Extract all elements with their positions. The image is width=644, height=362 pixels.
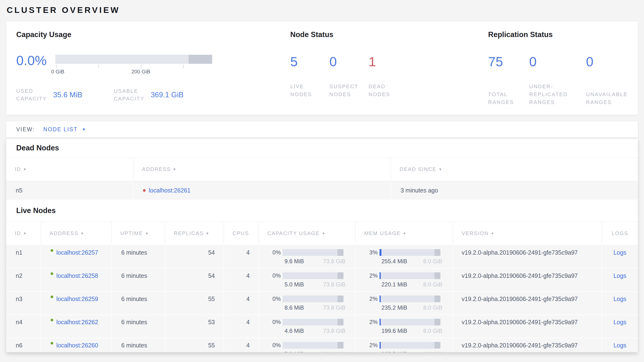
replication-status-title: Replication Status [488, 31, 638, 39]
replicas-value: 54 [208, 249, 215, 256]
tick-mark [141, 65, 141, 68]
version-value: v19.2.0-alpha.20190606-2491-gfe735c9a97 [462, 295, 578, 302]
cluster-overview-page: CLUSTER OVERVIEW Capacity Usage 0.0% [0, 0, 644, 352]
view-mode-dropdown[interactable]: NODE LIST ▼ [43, 126, 86, 133]
live-status-dot-icon [50, 342, 53, 344]
live-col-header-version[interactable]: VERSION▼ [453, 222, 602, 245]
table-row: n2 localhost:26258 6 minutes 54 4 0% 5.0… [6, 269, 638, 291]
live-nodes-heading: Live Nodes [6, 200, 638, 221]
unavailable-ranges-count: 0 [586, 54, 594, 69]
version-value: v19.2.0-alpha.20190606-2491-gfe735c9a97 [462, 249, 578, 256]
replication-counts: 75 0 0 [488, 54, 638, 69]
node-address-link[interactable]: localhost:26257 [56, 249, 98, 256]
dead-nodes-heading: Dead Nodes [6, 138, 638, 157]
live-status-dot-icon [50, 319, 53, 321]
chevron-down-icon: ▼ [82, 127, 86, 132]
under-replicated-ranges-label: UNDER- REPLICATED RANGES [529, 83, 586, 106]
logs-link[interactable]: Logs [614, 249, 626, 256]
tick-label-200: 200 GiB [131, 69, 150, 75]
live-col-header-uptime[interactable]: UPTIME▼ [112, 222, 165, 245]
table-row: n3 localhost:26259 6 minutes 55 4 0% 8.6… [6, 292, 638, 314]
logs-link[interactable]: Logs [614, 342, 626, 349]
cpus-value: 4 [246, 342, 250, 349]
table-row: n5 localhost:26261 3 minutes ago [6, 181, 638, 200]
capacity-minibar [282, 342, 344, 349]
unavailable-ranges-label: UNAVAILABLE RANGES [586, 83, 628, 106]
capacity-usage-cell: 0% 8.6 MiB73.8 GiB [259, 295, 346, 311]
live-status-dot-icon [50, 249, 53, 252]
used-capacity-label: USED CAPACITY [16, 87, 47, 103]
uptime-value: 6 minutes [112, 249, 147, 256]
sort-arrow-icon: ▼ [403, 232, 406, 235]
total-ranges-count: 75 [488, 54, 529, 69]
node-address-link[interactable]: localhost:26261 [149, 187, 190, 194]
node-status-title: Node Status [290, 31, 488, 39]
dead-col-header-id[interactable]: ID▼ [6, 157, 134, 181]
capacity-bar-track [56, 55, 212, 64]
sort-arrow-icon: ▼ [322, 232, 326, 235]
used-capacity-stat: USED CAPACITY 35.6 MiB [16, 87, 82, 103]
node-id: n5 [6, 187, 22, 194]
capacity-usage-cell: 0% 7.8 MiB73.8 GiB [259, 342, 346, 352]
overview-summary-card: Capacity Usage 0.0% 0 GiB 200 Gi [6, 22, 638, 115]
live-nodes-count: 5 [290, 54, 330, 69]
node-address-link[interactable]: localhost:26259 [56, 295, 98, 302]
node-id: n6 [6, 342, 22, 349]
node-id: n1 [6, 249, 22, 256]
live-nodes-table: ID▼ ADDRESS▼ UPTIME▼ REPLICAS▼ CPUS CAPA… [6, 221, 638, 352]
node-address-link[interactable]: localhost:26262 [56, 319, 98, 326]
dead-col-header-dead-since[interactable]: DEAD SINCE▼ [391, 157, 638, 181]
tick-label-zero: 0 GiB [51, 69, 64, 75]
logs-link[interactable]: Logs [614, 319, 626, 326]
capacity-stats: USED CAPACITY 35.6 MiB USABLE CAPACITY 3… [16, 87, 290, 103]
sort-arrow-icon: ▼ [173, 167, 177, 171]
live-status-dot-icon [50, 295, 53, 298]
sort-arrow-icon: ▼ [438, 167, 442, 171]
node-status-counts: 5 0 1 [290, 54, 488, 69]
used-capacity-value: 35.6 MiB [53, 91, 82, 99]
capacity-bar-tick-labels: 0 GiB 200 GiB [56, 69, 212, 75]
live-col-header-logs: LOGS [602, 222, 638, 245]
cpus-value: 4 [246, 319, 250, 326]
capacity-minibar [282, 295, 344, 302]
live-col-header-mem-usage[interactable]: MEM USAGE▼ [356, 222, 453, 245]
capacity-usage-chart: 0.0% 0 GiB 200 GiB [16, 55, 290, 75]
sort-arrow-icon: ▼ [491, 232, 494, 235]
dead-col-header-address[interactable]: ADDRESS▼ [134, 157, 391, 181]
live-col-header-capacity-usage[interactable]: CAPACITY USAGE▼ [259, 222, 356, 245]
live-status-dot-icon [50, 272, 53, 275]
dead-nodes-count: 1 [368, 54, 376, 69]
uptime-value: 6 minutes [112, 272, 147, 279]
uptime-value: 6 minutes [112, 295, 147, 302]
capacity-bar: 0 GiB 200 GiB [56, 55, 212, 75]
replicas-value: 55 [208, 342, 215, 349]
capacity-usage-cell: 0% 4.6 MiB73.8 GiB [259, 319, 346, 334]
node-address-link[interactable]: localhost:26260 [56, 342, 98, 349]
table-row: n6 localhost:26260 6 minutes 55 4 0% 7.8… [6, 338, 638, 352]
cpus-value: 4 [246, 295, 250, 302]
live-col-header-id[interactable]: ID▼ [6, 222, 41, 245]
mem-usage-cell: 2% 199.6 MiB8.0 GiB [356, 319, 442, 334]
live-nodes-table-header: ID▼ ADDRESS▼ UPTIME▼ REPLICAS▼ CPUS CAPA… [6, 221, 638, 245]
usable-capacity-stat: USABLE CAPACITY 369.1 GiB [114, 87, 184, 103]
node-id: n3 [6, 295, 22, 302]
live-col-header-address[interactable]: ADDRESS▼ [41, 222, 112, 245]
view-bar: VIEW: NODE LIST ▼ [6, 121, 638, 137]
node-status-section: Node Status 5 0 1 LIVE NODES SUSPECT NOD… [290, 31, 488, 115]
logs-link[interactable]: Logs [614, 295, 626, 302]
capacity-minibar [282, 249, 344, 256]
replication-status-section: Replication Status 75 0 0 TOTAL RANGES U… [488, 31, 638, 115]
tick-mark [98, 65, 99, 68]
dead-nodes-label: DEAD NODES [368, 83, 390, 98]
sort-arrow-icon: ▼ [23, 232, 27, 235]
capacity-bar-ticks [56, 64, 212, 69]
capacity-minibar [282, 319, 344, 325]
replicas-value: 54 [208, 272, 215, 279]
logs-link[interactable]: Logs [614, 272, 626, 279]
uptime-value: 6 minutes [112, 319, 147, 326]
node-address-link[interactable]: localhost:26258 [56, 272, 98, 279]
live-col-header-replicas[interactable]: REPLICAS▼ [165, 222, 224, 245]
dead-nodes-table: ID▼ ADDRESS▼ DEAD SINCE▼ n5 localhost:26… [6, 157, 638, 200]
usable-capacity-label: USABLE CAPACITY [114, 87, 144, 103]
mem-usage-cell: 2% 235.2 MiB8.0 GiB [356, 295, 442, 311]
